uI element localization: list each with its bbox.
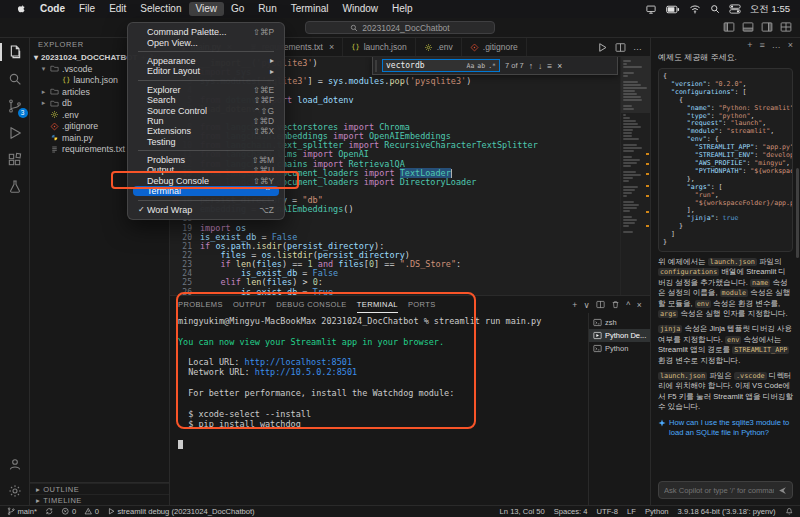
display-icon[interactable] [645,4,657,15]
terminal-output[interactable]: mingyukim@Mingyu-MacBookMax 20231024_Doc… [170,313,588,505]
editor-more-icon[interactable]: … [633,42,642,52]
spotlight-search-icon[interactable] [710,4,720,14]
terminal-instance-python-de[interactable]: Python De... [589,329,650,342]
menu-item-command-palette[interactable]: Command Palette...⇧⌘P [133,27,279,37]
tab-launch-json[interactable]: {}launch.json [343,38,415,56]
tab-gitignore[interactable]: .gitignore [462,38,527,56]
match-case-icon[interactable]: Aa [467,62,475,70]
activity-source-control[interactable]: 3 [6,97,24,115]
menubar-item-code[interactable]: Code [33,2,72,16]
command-center-search[interactable]: 20231024_DocChatbot [305,21,495,34]
split-terminal-icon[interactable] [596,300,605,309]
activity-extensions[interactable] [6,151,24,169]
menubar-item-file[interactable]: File [72,2,102,16]
sidebar-section-outline[interactable]: ▸OUTLINE [30,483,169,494]
status-ln-13-col-50[interactable]: Ln 13, Col 50 [500,507,545,516]
terminal-instance-zsh[interactable]: zsh [589,316,650,329]
send-icon[interactable] [778,486,787,495]
panel-tab-ports[interactable]: PORTS [408,296,436,313]
menubar-item-window[interactable]: Window [336,2,386,16]
terminal-instance-python[interactable]: Python [589,342,650,355]
line-number[interactable]: 19 [170,224,198,233]
chat-more-icon[interactable]: … [772,40,781,50]
apple-menu-icon[interactable] [10,3,33,15]
menubar-item-terminal[interactable]: Terminal [284,2,336,16]
panel-tab-output[interactable]: OUTPUT [233,296,266,313]
run-python-file-icon[interactable] [597,42,608,53]
status-warning[interactable]: 0 [84,507,99,516]
menu-item-problems[interactable]: Problems⇧⌘M [133,155,279,165]
menu-item-run[interactable]: Run⇧⌘D [133,116,279,126]
status-python[interactable]: Python [645,507,669,516]
menu-item-word-wrap[interactable]: ✓Word Wrap⌥Z [133,204,279,214]
regex-icon[interactable]: .* [488,62,496,70]
find-next-icon[interactable]: ↓ [538,61,542,71]
account-icon[interactable] [6,455,24,473]
line-number[interactable]: 26 [170,288,198,295]
line-number[interactable]: 23 [170,260,198,269]
chat-scrollbar[interactable] [796,168,799,258]
customize-layout-icon[interactable] [780,19,792,37]
panel-tab-terminal[interactable]: TERMINAL [357,296,398,313]
menubar-item-run[interactable]: Run [251,2,283,16]
panel-tab-debug-console[interactable]: DEBUG CONSOLE [276,296,347,313]
activity-testing[interactable] [6,178,24,196]
close-panel-icon[interactable]: × [637,300,642,310]
menu-item-open-view[interactable]: Open View... [133,37,279,47]
status-utf-8[interactable]: UTF-8 [597,507,619,516]
code-line[interactable]: is_exist_db = True [200,288,650,295]
menu-item-search[interactable]: Search⇧⌘F [133,95,279,105]
menu-item-source-control[interactable]: Source Control⌃⇧G [133,105,279,115]
battery-icon[interactable] [666,5,680,14]
chat-input[interactable] [664,486,774,495]
toggle-secondary-sidebar-icon[interactable] [761,19,773,37]
line-number[interactable]: 24 [170,269,198,278]
find-input[interactable] [386,61,464,70]
new-terminal-icon[interactable]: + [572,300,577,310]
activity-explorer[interactable] [6,43,24,61]
tab-env[interactable]: .env [416,38,462,56]
kill-terminal-icon[interactable] [611,300,620,309]
chat-input-box[interactable] [658,481,793,499]
terminal-dropdown-icon[interactable]: ∨ [584,300,591,310]
status-branch[interactable]: main* [7,507,37,516]
menu-item-appearance[interactable]: Appearance▸ [133,56,279,66]
find-grip[interactable] [375,60,377,72]
find-in-selection-icon[interactable]: ≡ [547,61,552,71]
toggle-sidebar-icon[interactable] [723,19,735,37]
sidebar-section-timeline[interactable]: ▸TIMELINE [30,494,169,505]
chat-suggestion[interactable]: How can I use the sqlite3 module to load… [658,418,793,438]
status-bell[interactable] [785,507,794,516]
menubar-item-edit[interactable]: Edit [102,2,133,16]
control-center-icon[interactable] [729,4,741,14]
chat-new-icon[interactable]: + [747,40,752,50]
status-spaces-4[interactable]: Spaces: 4 [554,507,588,516]
find-close-icon[interactable]: × [557,61,562,71]
settings-gear-icon[interactable] [6,482,24,500]
status-error[interactable]: 0 [61,507,76,516]
line-number[interactable]: 22 [170,251,198,260]
line-number[interactable]: 25 [170,278,198,287]
wifi-icon[interactable] [689,4,701,14]
activity-run-debug[interactable] [6,124,24,142]
menu-item-debug-console[interactable]: Debug Console⇧⌘Y [133,176,279,186]
menu-item-terminal[interactable]: Terminal⌃` [133,186,279,196]
find-prev-icon[interactable]: ↑ [529,61,533,71]
menubar-item-view[interactable]: View [189,2,225,16]
menubar-item-selection[interactable]: Selection [133,2,188,16]
maximize-panel-icon[interactable]: ^ [626,300,630,310]
chat-close-icon[interactable]: × [788,40,793,50]
find-input-box[interactable]: Aa ab .* [382,59,500,72]
menubar-item-go[interactable]: Go [224,2,251,16]
menu-item-editor-layout[interactable]: Editor Layout▸ [133,66,279,76]
status-debug[interactable]: streamlit debug (20231024_DocChatbot) [107,507,255,516]
whole-word-icon[interactable]: ab [477,62,485,70]
menubar-clock[interactable]: 오전 1:55 [750,3,790,16]
status-lf[interactable]: LF [627,507,636,516]
line-number[interactable]: 21 [170,242,198,251]
line-number[interactable]: 20 [170,233,198,242]
chat-history-icon[interactable]: ≡ [759,40,764,50]
menu-item-explorer[interactable]: Explorer⇧⌘E [133,85,279,95]
panel-tab-problems[interactable]: PROBLEMS [178,296,223,313]
activity-search[interactable] [6,70,24,88]
